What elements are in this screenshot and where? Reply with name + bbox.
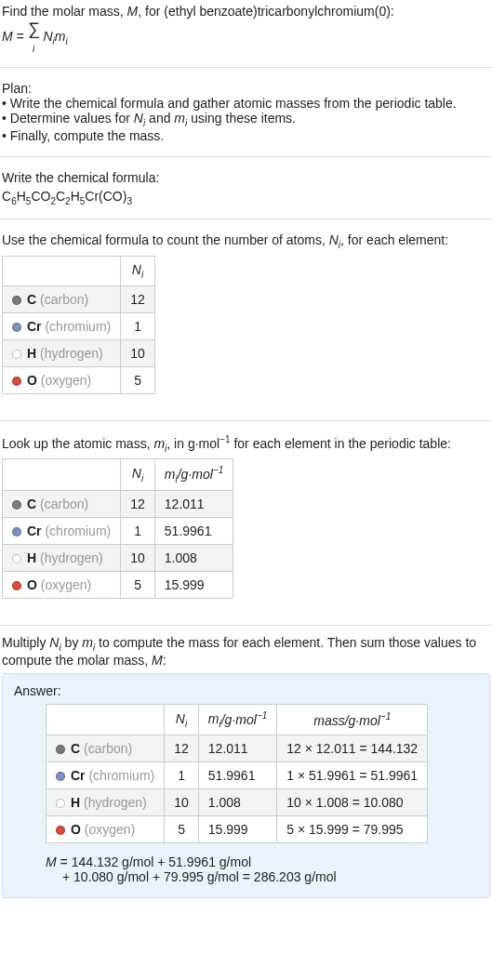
element-dot-icon [12,554,21,563]
m-header: mi/g·mol−1 [154,459,233,490]
mass-calc: 12 × 12.011 = 144.132 [277,735,428,762]
n-value: 10 [121,339,155,366]
element-name: (carbon) [40,292,88,307]
element-symbol: O [27,577,37,592]
answer-label: Answer: [14,683,478,698]
n-header: Ni [121,459,155,490]
m-value: 51.9961 [198,762,276,789]
n-value: 1 [165,762,199,789]
n-header: Ni [121,257,155,286]
molar-mass-formula: M = ∑i Nimi [2,20,490,54]
m-value: 1.008 [154,544,233,571]
element-dot-icon [12,323,21,332]
plan-section: Plan: • Write the chemical formula and g… [0,77,492,157]
table-row: O (oxygen) 5 15.999 5 × 15.999 = 79.995 [47,816,428,843]
masses-table: Ni mi/g·mol−1 C (carbon) 12 12.011 Cr (c… [2,458,233,598]
m-value: 12.011 [198,735,276,762]
m-value: 15.999 [198,816,276,843]
count-table: Ni C (carbon) 12 Cr (chromium) 1 H (hydr… [2,256,155,394]
element-symbol: H [27,550,36,565]
element-symbol: O [71,822,81,837]
n-value: 12 [165,735,199,762]
m-value: 1.008 [198,789,276,816]
chemical-formula-section: Write the chemical formula: C6H5CO2C2H5C… [0,166,492,220]
n-value: 12 [121,490,155,517]
n-value: 10 [165,789,199,816]
answer-table: Ni mi/g·mol−1 mass/g·mol−1 C (carbon) 12… [46,704,428,843]
element-symbol: H [71,795,80,810]
element-dot-icon [56,745,65,754]
m-value: 15.999 [154,571,233,598]
element-dot-icon [12,500,21,510]
element-name: (oxygen) [85,822,135,837]
element-name: (carbon) [40,497,88,511]
element-symbol: C [27,292,36,307]
n-value: 12 [121,285,155,312]
multiply-heading: Multiply Ni by mi to compute the mass fo… [2,635,490,668]
intro-section: Find the molar mass, M, for (ethyl benzo… [0,0,492,68]
count-heading: Use the chemical formula to count the nu… [2,232,490,250]
n-value: 5 [121,571,155,598]
element-name: (carbon) [84,741,132,756]
element-name: (chromium) [45,319,111,334]
n-value: 10 [121,544,155,571]
element-name: (chromium) [88,768,154,783]
element-name: (hydrogen) [84,795,147,810]
plan-heading: Plan: [2,81,490,96]
answer-box: Answer: Ni mi/g·mol−1 mass/g·mol−1 C (ca… [2,673,490,898]
empty-header [3,459,121,490]
masses-heading: Look up the atomic mass, mi, in g·mol−1 … [2,434,490,453]
element-dot-icon [12,581,21,590]
element-dot-icon [56,826,65,835]
masses-section: Look up the atomic mass, mi, in g·mol−1 … [0,430,492,612]
divider [0,625,492,626]
table-row: H (hydrogen) 10 1.008 [3,544,233,571]
element-dot-icon [56,799,65,808]
empty-header [3,257,121,286]
table-row: H (hydrogen) 10 1.008 10 × 1.008 = 10.08… [47,789,428,816]
count-section: Use the chemical formula to count the nu… [0,229,492,407]
m-header: mi/g·mol−1 [198,704,276,735]
table-row: Cr (chromium) 1 51.9961 1 × 51.9961 = 51… [47,762,428,789]
element-name: (oxygen) [41,577,91,592]
n-value: 5 [165,816,199,843]
table-row: O (oxygen) 5 15.999 [3,571,233,598]
element-dot-icon [12,527,21,536]
element-symbol: Cr [27,319,42,334]
multiply-section: Multiply Ni by mi to compute the mass fo… [0,635,492,898]
mass-calc: 10 × 1.008 = 10.080 [277,789,428,816]
n-header: Ni [165,704,199,735]
molar-mass-sum: M = 144.132 g/mol + 51.9961 g/mol [46,854,478,869]
table-row: C (carbon) 12 [3,285,155,312]
element-name: (oxygen) [41,373,91,388]
element-dot-icon [56,772,65,781]
element-dot-icon [12,377,21,386]
element-dot-icon [12,296,21,305]
n-value: 1 [121,312,155,339]
chemical-formula: C6H5CO2C2H5Cr(CO)3 [2,189,490,206]
mass-header: mass/g·mol−1 [277,704,428,735]
m-value: 51.9961 [154,517,233,544]
plan-bullet-2: • Determine values for Ni and mi using t… [2,111,490,128]
element-symbol: Cr [27,523,42,538]
empty-header [47,704,165,735]
table-row: C (carbon) 12 12.011 [3,490,233,517]
plan-bullet-3: • Finally, compute the mass. [2,128,490,143]
mass-calc: 1 × 51.9961 = 51.9961 [277,762,428,789]
element-dot-icon [12,350,21,359]
element-name: (hydrogen) [40,550,103,565]
element-symbol: H [27,346,36,361]
table-row: H (hydrogen) 10 [3,339,155,366]
table-row: C (carbon) 12 12.011 12 × 12.011 = 144.1… [47,735,428,762]
molar-mass-sum-cont: + 10.080 g/mol + 79.995 g/mol = 286.203 … [46,869,478,884]
n-value: 1 [121,517,155,544]
m-value: 12.011 [154,490,233,517]
table-row: O (oxygen) 5 [3,366,155,393]
plan-bullet-1: • Write the chemical formula and gather … [2,96,490,111]
intro-line: Find the molar mass, M, for (ethyl benzo… [2,4,490,19]
table-row: Cr (chromium) 1 51.9961 [3,517,233,544]
element-name: (chromium) [45,523,111,538]
n-value: 5 [121,366,155,393]
chemical-formula-heading: Write the chemical formula: [2,170,490,185]
sum-index: i [33,44,34,54]
